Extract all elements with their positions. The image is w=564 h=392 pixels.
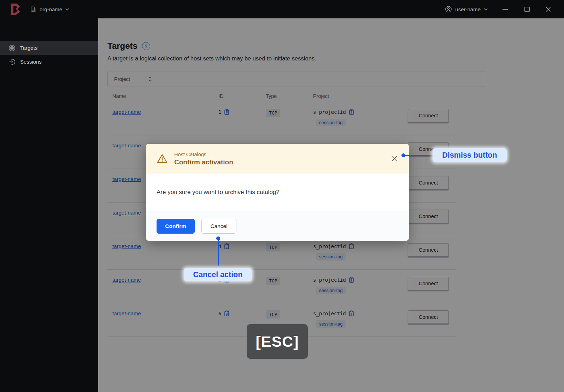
boundary-logo-icon: [9, 3, 23, 16]
org-dropdown[interactable]: org-name: [30, 6, 69, 13]
dialog-close-icon[interactable]: [390, 155, 398, 163]
cancel-annotation-line: [218, 240, 219, 266]
user-dropdown[interactable]: user-name: [445, 6, 488, 13]
org-icon: [30, 6, 36, 13]
dialog-message: Are you sure you want to archive this ca…: [146, 174, 409, 211]
dialog-title: Confirm activation: [174, 158, 233, 166]
app-window: org-name user-name: [0, 0, 564, 392]
dismiss-annotation-label: Dismiss button: [433, 148, 507, 162]
confirm-button[interactable]: Confirm: [157, 219, 195, 234]
dialog-footer: Confirm Cancel: [146, 211, 409, 241]
sidebar-item-label: Targets: [20, 45, 37, 51]
target-icon: [8, 45, 16, 52]
sidebar-item-targets[interactable]: Targets: [0, 41, 98, 55]
dismiss-annotation-dot: [401, 153, 405, 157]
warning-icon: [157, 153, 168, 164]
chevron-down-icon: [65, 8, 69, 11]
cancel-button[interactable]: Cancel: [201, 219, 236, 234]
window-minimize-button[interactable]: [499, 3, 511, 15]
dialog-header: Host Catalogs Confirm activation: [146, 144, 409, 174]
dialog-context-label: Host Catalogs: [174, 152, 233, 157]
window-close-button[interactable]: [542, 3, 554, 15]
cancel-annotation-label: Cancel action: [184, 268, 252, 281]
sidebar-item-label: Sessions: [20, 59, 42, 65]
dismiss-annotation-line: [405, 155, 433, 156]
user-dropdown-label: user-name: [455, 6, 481, 12]
chevron-down-icon: [484, 8, 488, 11]
user-icon: [445, 6, 452, 13]
sidebar: Targets Sessions: [0, 18, 98, 392]
topbar: org-name user-name: [0, 0, 564, 18]
sessions-icon: [8, 58, 16, 65]
org-dropdown-label: org-name: [40, 6, 62, 12]
window-maximize-button[interactable]: [521, 3, 533, 15]
esc-key-annotation: [ESC]: [247, 324, 308, 359]
sidebar-item-sessions[interactable]: Sessions: [0, 55, 98, 69]
cancel-annotation-dot: [216, 236, 220, 240]
confirm-dialog: Host Catalogs Confirm activation Are you…: [146, 144, 409, 241]
